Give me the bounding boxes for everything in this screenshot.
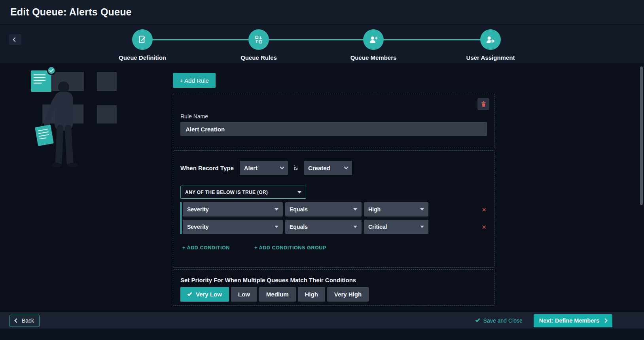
rule-name-label: Rule Name [180,113,208,120]
priority-options: Very Low Low Medium High Very High [180,287,369,302]
condition-value: Critical [368,224,387,230]
check-icon [475,317,480,322]
stepper-back-button[interactable] [9,34,21,45]
priority-high-button[interactable]: High [298,287,325,302]
rule-conditions-panel: When Record Type Alert is Created ANY OF… [173,150,494,268]
caret-down-icon [420,208,424,211]
back-button[interactable]: Back [9,315,40,327]
remove-condition-button[interactable]: × [480,222,488,232]
step-user-assignment[interactable]: User Assignment [447,29,534,61]
condition-operator-dropdown[interactable]: Equals [285,202,362,217]
next-button-label: Next: Define Members [539,317,599,324]
swap-arrows-icon [254,35,263,44]
content-area: + Add Rule Rule Name When Record Type Al… [0,63,644,312]
priority-very-high-button[interactable]: Very High [327,287,369,302]
condition-field-value: Severity [187,224,208,230]
condition-value-dropdown[interactable]: High [364,202,428,217]
when-record-type-row: When Record Type Alert is Created [180,161,352,175]
edit-document-icon [138,35,147,44]
priority-option-label: Medium [266,291,289,298]
step-label: Queue Definition [119,54,166,61]
condition-field-dropdown[interactable]: Severity [183,220,283,234]
person-add-icon [369,35,378,44]
check-icon [187,291,192,296]
step-queue-definition[interactable]: Queue Definition [99,29,186,61]
group-operator-value: ANY OF THE BELOW IS TRUE (OR) [185,190,268,195]
stepper-band: Queue Definition Queue Rules Queue Membe… [0,25,644,63]
record-type-dropdown[interactable]: Alert [240,161,288,175]
caret-down-icon [275,208,278,211]
step-label: Queue Rules [241,54,277,61]
condition-operator-dropdown[interactable]: Equals [285,220,362,234]
priority-option-label: High [305,291,318,298]
condition-operator-value: Equals [290,206,308,213]
chevron-left-icon [13,37,17,42]
step-circle[interactable] [363,29,384,50]
next-define-members-button[interactable]: Next: Define Members [534,314,612,327]
condition-operator-value: Equals [290,224,308,230]
chevron-down-icon [280,165,284,169]
person-gear-icon [486,35,495,44]
step-label: Queue Members [350,54,397,61]
priority-label: Set Priority For When Multiple Queues Ma… [180,277,356,283]
record-event-value: Created [308,165,330,171]
record-event-dropdown[interactable]: Created [304,161,352,175]
step-queue-members[interactable]: Queue Members [330,29,417,61]
priority-option-label: Low [238,291,250,298]
stepper-connector-line [142,39,491,40]
condition-group-operator-dropdown[interactable]: ANY OF THE BELOW IS TRUE (OR) [180,186,306,199]
condition-value: High [368,206,381,213]
caret-down-icon [353,208,357,211]
condition-field-value: Severity [187,206,208,213]
priority-option-label: Very Low [196,291,222,298]
chevron-left-icon [14,318,19,323]
condition-field-dropdown[interactable]: Severity [183,202,283,217]
priority-low-button[interactable]: Low [231,287,257,302]
remove-condition-button[interactable]: × [480,205,488,214]
add-condition-link[interactable]: + ADD CONDITION [182,245,230,251]
priority-panel: Set Priority For When Multiple Queues Ma… [173,269,494,306]
priority-medium-button[interactable]: Medium [259,287,296,302]
back-button-label: Back [22,317,34,324]
priority-very-low-button[interactable]: Very Low [180,287,229,302]
add-rule-button[interactable]: + Add Rule [173,73,216,88]
condition-row: Severity Equals Critical × [182,220,488,234]
page-header: Edit Queue: Alerts Queue [0,0,644,25]
footer-underlay [0,329,644,340]
rule-name-input[interactable] [180,122,487,136]
condition-row: Severity Equals High × [182,202,488,217]
step-queue-rules[interactable]: Queue Rules [215,29,302,61]
conditions-group: Severity Equals High × Severity [180,202,488,234]
step-label: User Assignment [466,54,515,61]
step-circle[interactable] [132,29,153,50]
rule-name-panel: Rule Name [173,94,494,148]
when-record-type-label: When Record Type [180,165,234,171]
priority-option-label: Very High [334,291,362,298]
save-and-close-label: Save and Close [483,317,523,324]
trash-icon [481,101,487,107]
step-circle[interactable] [248,29,269,50]
chevron-right-icon [603,318,607,323]
footer-bar: Back Save and Close Next: Define Members [0,312,644,329]
save-and-close-link[interactable]: Save and Close [475,317,523,324]
queue-illustration [24,66,174,173]
condition-value-dropdown[interactable]: Critical [364,220,428,234]
vertical-scrollbar[interactable] [640,66,643,205]
chevron-down-icon [344,165,348,169]
add-conditions-group-link[interactable]: + ADD CONDITIONS GROUP [254,245,326,251]
step-circle[interactable] [480,29,501,50]
page-title: Edit Queue: Alerts Queue [10,6,132,18]
caret-down-icon [353,226,357,228]
record-type-value: Alert [244,165,258,171]
delete-rule-button[interactable] [477,98,489,110]
caret-down-icon [297,191,301,194]
is-label: is [294,165,298,171]
condition-actions: + ADD CONDITION + ADD CONDITIONS GROUP [182,245,326,251]
caret-down-icon [275,226,278,228]
caret-down-icon [420,226,424,228]
rules-editor: + Add Rule Rule Name When Record Type Al… [173,63,494,312]
